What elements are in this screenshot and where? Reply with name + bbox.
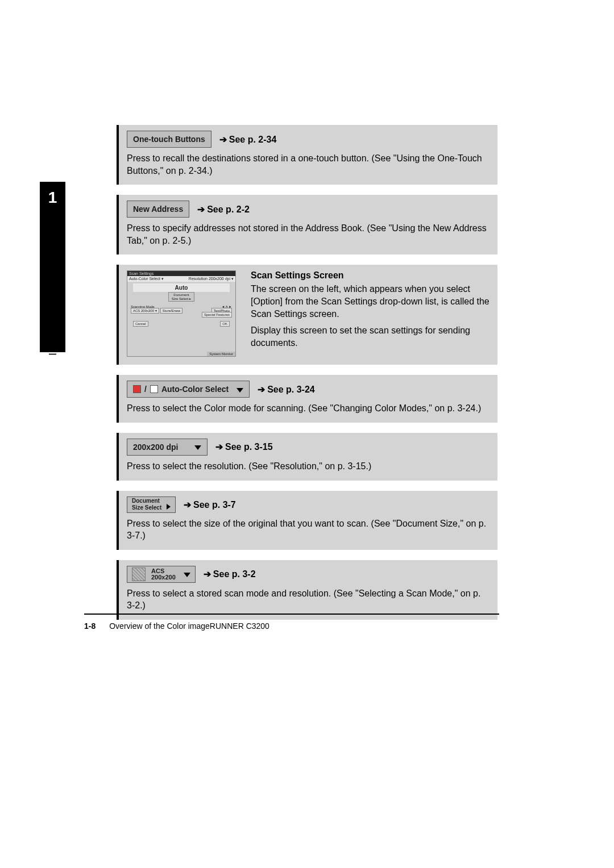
button-line1: Document [132,498,171,504]
button-line2: Size Select [132,504,171,511]
section-resolution: 200x200 dpi See p. 3-15 Press to select … [117,433,497,481]
button-label: 200x200 dpi [133,443,178,452]
section-scan-settings: Scan Settings Auto-Color Select ▾ Resolu… [117,265,497,365]
button-label: New Address [133,205,183,214]
see-ref: See p. 2-2 [197,204,250,215]
mock-cancel: Cancel [133,321,148,327]
button-label: One-touch Buttons [133,135,205,144]
section-auto-color: / Auto-Color Select See p. 3-24 Press to… [117,375,497,423]
section-one-touch: One-touch Buttons See p. 2-34 Press to r… [117,125,497,185]
page: 1 Introduction to Sending Functions One-… [0,0,614,868]
section-body: Press to select the Color mode for scann… [127,402,489,415]
see-ref: See p. 3-24 [258,384,315,395]
chevron-right-icon [163,504,171,511]
mock-special: Special Features [202,312,232,318]
scan-settings-body1: The screen on the left, which appears wh… [251,283,489,320]
section-body: Press to select a stored scan mode and r… [127,587,489,612]
acs-preset-icon [132,567,146,581]
chevron-down-icon [179,570,190,578]
auto-color-select-button[interactable]: / Auto-Color Select [127,381,250,398]
mock-titlebar: Scan Settings [127,271,235,276]
section-acs: ACS 200x200 See p. 3-2 Press to select a… [117,560,497,620]
footer-title: Overview of the Color imageRUNNER C3200 [109,621,269,631]
see-ref: See p. 3-2 [204,569,256,579]
mock-resolution: Resolution 200x200 dpi ▾ [189,277,234,281]
content-area: One-touch Buttons See p. 2-34 Press to r… [117,125,497,630]
section-body: Press to specify addresses not stored in… [127,222,489,247]
mock-ok: OK [220,321,230,327]
section-new-address: New Address See p. 2-2 Press to specify … [117,195,497,254]
resolution-button[interactable]: 200x200 dpi [127,439,208,456]
footer-rule [84,614,499,615]
one-touch-buttons-button[interactable]: One-touch Buttons [127,131,211,148]
acs-button[interactable]: ACS 200x200 [127,566,196,583]
red-swatch-icon [133,385,141,393]
chevron-down-icon [190,443,201,452]
mock-auto: Auto [133,283,230,292]
page-number: 1-8 [84,621,96,631]
section-body: Press to select the resolution. (See "Re… [127,460,489,473]
mock-store: Store/Erase [160,308,183,314]
mock-sysmon: System Monitor [207,352,235,356]
mock-docsel: DocumentSize Select ▸ [168,292,194,302]
button-label: Auto-Color Select [161,385,229,394]
chevron-down-icon [232,385,243,394]
section-body: Press to recall the destinations stored … [127,152,489,177]
footer: 1-8 Overview of the Color imageRUNNER C3… [84,621,269,631]
mock-color-select: Auto-Color Select ▾ [129,277,164,281]
document-size-select-button[interactable]: Document Size Select [127,496,176,513]
scan-settings-title: Scan Settings Screen [251,270,489,281]
see-ref: See p. 2-34 [219,134,277,145]
scan-settings-body2: Display this screen to set the scan sett… [251,324,489,349]
new-address-button[interactable]: New Address [127,201,189,218]
see-ref: See p. 3-7 [184,499,236,510]
scan-settings-screenshot: Scan Settings Auto-Color Select ▾ Resolu… [127,270,236,357]
mock-acs: ACS 200x200 ▾ [131,308,159,314]
section-doc-size: Document Size Select See p. 3-7 Press to… [117,491,497,550]
sidebar-title: Introduction to Sending Functions [47,203,59,356]
section-body: Press to select the size of the original… [127,518,489,542]
button-line2: 200x200 [151,574,176,581]
see-ref: See p. 3-15 [215,441,273,452]
white-swatch-icon [150,385,158,393]
